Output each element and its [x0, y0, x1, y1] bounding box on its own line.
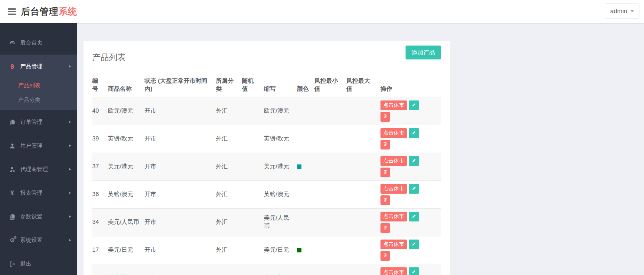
close-market-button[interactable]: 点击休市 — [380, 184, 407, 194]
dashboard-icon — [8, 40, 17, 46]
trash-icon — [383, 114, 387, 120]
close-market-button[interactable]: 点击休市 — [380, 100, 407, 110]
sidebar-item-label: 后台首页 — [20, 39, 42, 47]
trash-icon — [383, 253, 387, 259]
edit-button[interactable] — [409, 240, 419, 249]
cell-risk-max — [346, 264, 380, 275]
delete-button[interactable] — [380, 223, 390, 233]
sidebar-item-home[interactable]: 后台首页 — [0, 31, 77, 55]
color-swatch — [297, 164, 301, 169]
caret-right-icon — [69, 215, 71, 218]
cell-risk-max — [346, 125, 380, 153]
sidebar-item-label: 退出 — [20, 260, 31, 268]
sidebar-item-orders[interactable]: 订单管理 — [0, 110, 77, 134]
column-header: 编号 — [92, 74, 108, 97]
edit-button[interactable] — [409, 212, 419, 221]
sidebar-item-params[interactable]: 参数设置 — [0, 205, 77, 228]
sidebar-item-product-list[interactable]: 产品列表 — [0, 78, 77, 93]
table-row: 36英镑/澳元开市外汇英镑/澳元点击休市 — [92, 180, 441, 208]
add-product-button[interactable]: 添加产品 — [406, 46, 441, 59]
sidebar-item-label: 报表管理 — [20, 189, 42, 197]
pencil-icon — [412, 242, 416, 247]
cell-random — [242, 180, 264, 208]
sidebar-item-product-category[interactable]: 产品分类 — [0, 93, 77, 107]
delete-button[interactable] — [380, 140, 390, 149]
sidebar-item-label: 代理商管理 — [20, 166, 48, 173]
caret-right-icon — [69, 192, 71, 194]
cell-risk-max — [346, 153, 380, 180]
cell-risk-max — [346, 180, 380, 208]
cell-status: 开市 — [144, 236, 216, 264]
close-market-button[interactable]: 点击休市 — [380, 212, 407, 221]
brand-accent: 系统 — [58, 6, 77, 17]
caret-right-icon — [69, 144, 71, 147]
files-icon — [8, 214, 17, 220]
hamburger-menu-icon[interactable] — [8, 8, 16, 15]
edit-button[interactable] — [409, 267, 419, 275]
edit-button[interactable] — [409, 184, 419, 194]
caret-right-icon — [69, 65, 71, 68]
column-header: 商品名称 — [108, 74, 144, 97]
cell-name: 美元/港元 — [108, 153, 144, 180]
chevron-down-icon — [630, 10, 634, 12]
sidebar-section-product-mgmt: 产品管理产品列表产品分类 — [0, 55, 77, 110]
close-market-button[interactable]: 点击休市 — [380, 128, 407, 138]
delete-button[interactable] — [380, 251, 390, 261]
cell-id: 39 — [92, 125, 108, 153]
cell-color — [297, 97, 314, 125]
table-row: 13英镑/美元开市外汇英镑/美元点击休市 — [92, 264, 441, 275]
user-dropdown[interactable]: admin — [605, 3, 639, 19]
cell-risk-min — [314, 153, 346, 180]
brand-primary: 后台管理 — [21, 6, 58, 17]
cell-risk-min — [314, 125, 346, 153]
delete-button[interactable] — [380, 168, 390, 177]
table-row: 37美元/港元开市外汇美元/港元点击休市 — [92, 153, 441, 180]
cell-category: 外汇 — [216, 264, 242, 275]
sidebar-item-reports[interactable]: ¥报表管理 — [0, 181, 77, 205]
cell-actions: 点击休市 — [380, 180, 441, 208]
edit-button[interactable] — [409, 156, 419, 166]
sidebar-item-label: 订单管理 — [20, 119, 42, 126]
column-header: 随机值 — [242, 74, 264, 97]
table-row: 40欧元/澳元开市外汇欧元/澳元点击休市 — [92, 97, 441, 125]
cell-category: 外汇 — [216, 236, 242, 264]
cell-random — [242, 264, 264, 275]
cell-id: 17 — [92, 236, 108, 264]
trash-icon — [383, 225, 387, 231]
sidebar-item-logout[interactable]: 退出 — [0, 252, 77, 275]
sidebar-item-system[interactable]: ⚙⚙系统设置 — [0, 228, 77, 252]
cell-status: 开市 — [144, 208, 216, 236]
cell-random — [242, 125, 264, 153]
pencil-icon — [412, 186, 416, 192]
sidebar-nav: 后台首页产品管理产品列表产品分类订单管理用户管理代理商管理¥报表管理参数设置⚙⚙… — [0, 23, 77, 275]
cell-random — [242, 153, 264, 180]
edit-button[interactable] — [409, 128, 419, 138]
main-content: 产品列表 添加产品 编号商品名称状态 (大盘正常开市时间内)所属分类随机值缩写颜… — [77, 23, 644, 275]
delete-button[interactable] — [380, 195, 390, 205]
column-header: 风控最小值 — [314, 74, 346, 97]
cell-category: 外汇 — [216, 153, 242, 180]
cell-abbr: 美元/人民币 — [264, 208, 297, 236]
cell-id: 40 — [92, 97, 108, 125]
delete-button[interactable] — [380, 112, 390, 122]
sidebar-item-product-mgmt[interactable]: 产品管理 — [0, 55, 77, 78]
sidebar-item-users[interactable]: 用户管理 — [0, 134, 77, 157]
cell-actions: 点击休市 — [380, 153, 441, 180]
edit-button[interactable] — [409, 100, 419, 110]
close-market-button[interactable]: 点击休市 — [380, 156, 407, 166]
column-header: 状态 (大盘正常开市时间内) — [144, 74, 216, 97]
cell-id: 34 — [92, 208, 108, 236]
cell-abbr: 英镑/澳元 — [264, 180, 297, 208]
cell-risk-max — [346, 236, 380, 264]
cell-actions: 点击休市 — [380, 125, 441, 153]
sidebar-item-label: 产品管理 — [20, 63, 42, 70]
sidebar-item-agents[interactable]: 代理商管理 — [0, 157, 77, 181]
cell-risk-min — [314, 180, 346, 208]
close-market-button[interactable]: 点击休市 — [380, 267, 407, 275]
cell-abbr: 美元/日元 — [264, 236, 297, 264]
cell-risk-min — [314, 97, 346, 125]
caret-right-icon — [69, 168, 71, 171]
close-market-button[interactable]: 点击休市 — [380, 240, 407, 249]
caret-right-icon — [69, 239, 71, 242]
trash-icon — [383, 141, 387, 147]
